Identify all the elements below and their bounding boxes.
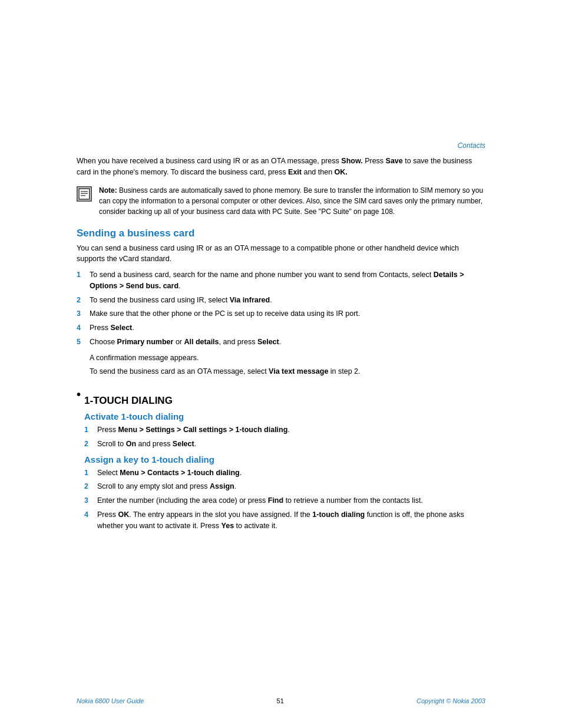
assign-steps: 1 Select Menu > Contacts > 1-touch diali… — [84, 467, 485, 532]
sending-title: Sending a business card — [77, 228, 485, 239]
assign-step-2: 2 Scroll to any empty slot and press Ass… — [84, 481, 485, 492]
activate-section: Activate 1-touch dialing 1 Press Menu > … — [84, 411, 485, 450]
assign-4-bold3: Yes — [222, 522, 234, 530]
step-num-1: 1 — [77, 269, 90, 281]
step-num-2: 2 — [77, 295, 90, 306]
touch-dialing-content: 1-TOUCH DIALING Activate 1-touch dialing… — [84, 387, 485, 536]
step-2-bold: Via infrared — [230, 296, 270, 304]
note-icon-svg — [78, 187, 91, 200]
note-icon — [77, 186, 93, 203]
step-5-bold2: All details — [184, 338, 219, 346]
intro-exit-bold: Exit — [288, 168, 302, 176]
assign-section: Assign a key to 1-touch dialing 1 Select… — [84, 454, 485, 532]
step-num-4: 4 — [77, 322, 90, 334]
activate-1-bold: Menu > Settings > Call settings > 1-touc… — [118, 426, 287, 434]
assign-4-content: Press OK. The entry appears in the slot … — [97, 509, 485, 532]
intro-text-2: Press — [363, 157, 386, 165]
activate-step-2: 2 Scroll to On and press Select. — [84, 439, 485, 450]
sending-step-2: 2 To send the business card using IR, se… — [77, 295, 485, 306]
assign-2-bold: Assign — [210, 482, 234, 490]
page: Contacts When you have received a busine… — [0, 0, 562, 728]
note-box: Note: Business cards are automatically s… — [77, 185, 485, 217]
sending-step-5: 5 Choose Primary number or All details, … — [77, 337, 485, 348]
content-area: Contacts When you have received a busine… — [0, 0, 562, 571]
assign-2-content: Scroll to any empty slot and press Assig… — [97, 481, 485, 492]
assign-num-1: 1 — [84, 467, 97, 479]
step-num-5: 5 — [77, 337, 90, 348]
sending-note2-bold: Via text message — [269, 367, 328, 375]
intro-text-4: and then — [302, 168, 335, 176]
activate-title: Activate 1-touch dialing — [84, 411, 485, 421]
svg-rect-2 — [81, 193, 88, 194]
intro-show-bold: Show. — [341, 157, 362, 165]
assign-step-3: 3 Enter the number (including the area c… — [84, 495, 485, 506]
svg-rect-3 — [81, 195, 85, 196]
intro-ok-bold: OK. — [335, 168, 348, 176]
footer-center: 51 — [277, 697, 284, 704]
activate-num-1: 1 — [84, 424, 97, 436]
intro-text-1: When you have received a business card u… — [77, 157, 341, 165]
footer-right: Copyright © Nokia 2003 — [416, 697, 485, 704]
note-icon-inner — [77, 186, 92, 202]
activate-2-bold2: Select — [173, 440, 194, 448]
step-5-content: Choose Primary number or All details, an… — [90, 337, 485, 348]
touch-dialing-title: 1-TOUCH DIALING — [84, 395, 485, 407]
step-1-content: To send a business card, search for the … — [90, 269, 485, 292]
sending-note1: A confirmation message appears. — [90, 353, 485, 364]
note-body: Business cards are automatically saved t… — [99, 186, 483, 216]
assign-num-2: 2 — [84, 481, 97, 492]
sending-step-4: 4 Press Select. — [77, 322, 485, 334]
step-5-bold1: Primary number — [117, 338, 174, 346]
assign-4-bold2: 1-touch dialing — [312, 510, 365, 519]
note-text: Note: Business cards are automatically s… — [99, 185, 485, 217]
assign-4-bold1: OK — [118, 510, 129, 519]
footer-left: Nokia 6800 User Guide — [77, 697, 144, 704]
sending-section: Sending a business card You can send a b… — [77, 228, 485, 378]
step-5-bold3: Select — [257, 338, 279, 346]
step-2-content: To send the business card using IR, sele… — [90, 295, 485, 306]
bullet-dot: • — [77, 388, 81, 401]
activate-steps: 1 Press Menu > Settings > Call settings … — [84, 424, 485, 450]
activate-num-2: 2 — [84, 439, 97, 450]
section-label: Contacts — [77, 141, 485, 150]
svg-rect-1 — [81, 191, 88, 192]
assign-3-bold: Find — [268, 496, 283, 505]
activate-1-content: Press Menu > Settings > Call settings > … — [97, 424, 485, 436]
sending-steps: 1 To send a business card, search for th… — [77, 269, 485, 348]
step-4-bold: Select — [110, 324, 132, 332]
step-3-content: Make sure that the other phone or the PC… — [90, 308, 485, 319]
assign-title: Assign a key to 1-touch dialing — [84, 454, 485, 465]
intro-save-bold: Save — [386, 157, 403, 165]
step-num-3: 3 — [77, 308, 90, 319]
activate-2-bold1: On — [126, 440, 136, 448]
sending-body: You can send a business card using IR or… — [77, 243, 485, 265]
note-label: Note: — [99, 186, 117, 195]
assign-step-4: 4 Press OK. The entry appears in the slo… — [84, 509, 485, 532]
activate-2-content: Scroll to On and press Select. — [97, 439, 485, 450]
assign-num-4: 4 — [84, 509, 97, 521]
activate-step-1: 1 Press Menu > Settings > Call settings … — [84, 424, 485, 436]
assign-1-content: Select Menu > Contacts > 1-touch dialing… — [97, 467, 485, 479]
assign-3-content: Enter the number (including the area cod… — [97, 495, 485, 506]
step-1-bold: Details > Options > Send bus. card — [90, 271, 464, 290]
intro-paragraph: When you have received a business card u… — [77, 156, 485, 178]
page-footer: Nokia 6800 User Guide 51 Copyright © Nok… — [77, 697, 485, 704]
sending-step-3: 3 Make sure that the other phone or the … — [77, 308, 485, 319]
assign-1-bold: Menu > Contacts > 1-touch dialing — [120, 469, 240, 477]
sending-step-1: 1 To send a business card, search for th… — [77, 269, 485, 292]
assign-num-3: 3 — [84, 495, 97, 506]
assign-step-1: 1 Select Menu > Contacts > 1-touch diali… — [84, 467, 485, 479]
sending-note2: To send the business card as an OTA mess… — [90, 366, 485, 377]
step-4-content: Press Select. — [90, 322, 485, 334]
touch-dialing-section: • 1-TOUCH DIALING Activate 1-touch diali… — [77, 387, 485, 536]
